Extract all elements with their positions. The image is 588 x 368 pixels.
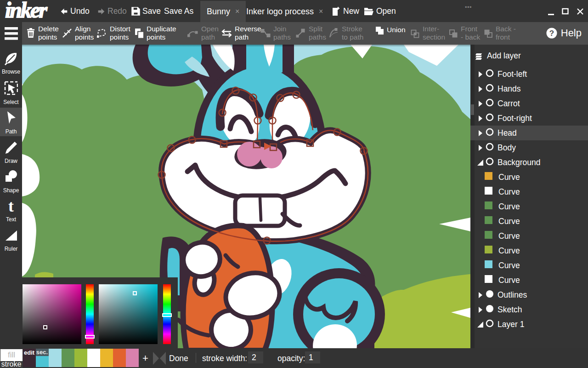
svg-text:?: ? [549,29,554,38]
svg-text:t: t [8,198,14,214]
svg-text:inker: inker [5,1,48,21]
